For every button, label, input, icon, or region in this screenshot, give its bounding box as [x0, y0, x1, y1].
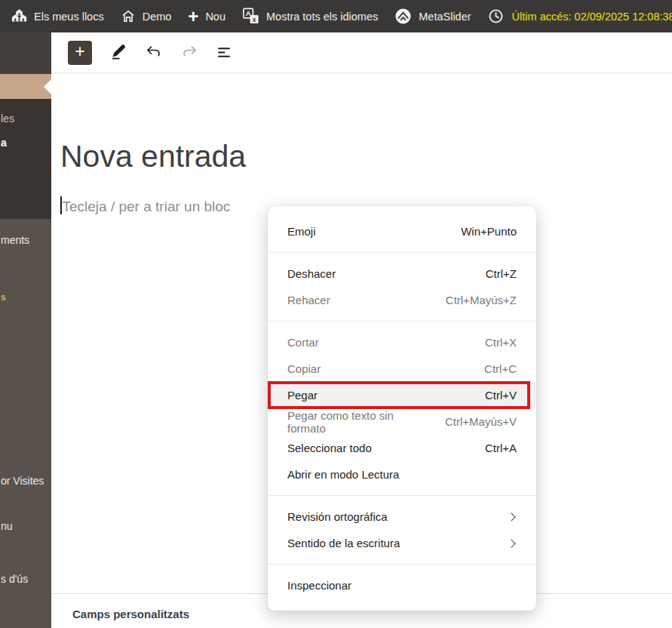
- submenu-chevron-icon: [507, 513, 515, 521]
- sidebar-item-fragment[interactable]: s d'ús: [1, 573, 28, 585]
- redo-icon[interactable]: [180, 44, 198, 62]
- context-menu-item-rehacer: RehacerCtrl+Mayús+Z: [268, 287, 536, 313]
- context-menu-item-inspeccionar[interactable]: Inspeccionar: [268, 572, 536, 599]
- sidebar-top-section: [0, 32, 51, 74]
- context-menu-item-emoji[interactable]: EmojiWin+Punto: [268, 218, 536, 245]
- block-inserter-button[interactable]: +: [68, 41, 92, 65]
- sidebar-item-fragment[interactable]: s: [1, 292, 6, 303]
- menu-item-label: Pegar como texto sin formato: [287, 409, 434, 435]
- menu-item-label: Pegar: [287, 389, 318, 402]
- menu-separator: [268, 495, 536, 496]
- sidebar-item-fragment[interactable]: les: [1, 112, 14, 125]
- context-menu-item-cortar: CortarCtrl+X: [268, 329, 536, 356]
- plus-icon: +: [188, 8, 198, 26]
- menu-item-shortcut: Ctrl+V: [485, 389, 517, 402]
- adminbar-languages-label: Mostra tots els idiomes: [266, 11, 378, 23]
- adminbar-my-sites[interactable]: Els meus llocs: [11, 0, 104, 32]
- context-menu-item-pegar-como-texto-sin-formato: Pegar como texto sin formatoCtrl+Mayús+V: [268, 408, 536, 435]
- sidebar-item-fragment[interactable]: a: [1, 137, 7, 149]
- menu-item-label: Revisión ortográfica: [287, 510, 388, 523]
- context-menu-item-sentido-de-la-escritura[interactable]: Sentido de la escritura: [268, 530, 536, 556]
- adminbar-metaslider-label: MetaSlider: [419, 11, 471, 23]
- menu-item-label: Deshacer: [287, 267, 336, 280]
- post-body-input[interactable]: Tecleja / per a triar un bloc: [60, 196, 230, 215]
- adminbar-my-sites-label: Els meus llocs: [34, 11, 104, 23]
- block-placeholder: Tecleja / per a triar un bloc: [63, 199, 231, 214]
- menu-separator: [268, 252, 536, 253]
- menu-separator: [268, 564, 536, 565]
- adminbar-last-access: Últim accés: 02/09/2025 12:08:38: [488, 0, 672, 32]
- pencil-icon[interactable]: [109, 44, 127, 62]
- adminbar-metaslider[interactable]: MetaSlider: [394, 0, 471, 32]
- context-menu-item-deshacer[interactable]: DeshacerCtrl+Z: [268, 260, 536, 287]
- undo-icon[interactable]: [145, 44, 163, 62]
- context-menu-item-copiar: CopiarCtrl+C: [268, 356, 536, 382]
- list-view-icon[interactable]: [216, 44, 234, 62]
- menu-item-shortcut: Ctrl+Mayús+V: [445, 415, 517, 428]
- menu-separator: [268, 321, 536, 322]
- last-access-text: Últim accés: 02/09/2025 12:08:38: [512, 11, 672, 23]
- menu-item-shortcut: Win+Punto: [461, 225, 517, 238]
- post-title-input[interactable]: Nova entrada: [60, 139, 246, 174]
- menu-item-shortcut: Ctrl+A: [485, 442, 517, 454]
- sidebar-item-fragment[interactable]: or Visites: [1, 475, 44, 487]
- adminbar-site-label: Demo: [143, 11, 172, 23]
- menu-item-shortcut: Ctrl+Mayús+Z: [446, 294, 517, 306]
- editor-toolbar: +: [51, 32, 672, 73]
- adminbar-languages[interactable]: A x Mostra tots els idiomes: [242, 0, 378, 32]
- submenu-chevron-icon: [507, 539, 515, 547]
- menu-item-label: Inspeccionar: [287, 579, 351, 592]
- context-menu-item-revision-ortografica[interactable]: Revisión ortográfica: [268, 503, 536, 530]
- menu-item-shortcut: Ctrl+Z: [486, 267, 517, 280]
- wp-admin-bar: Els meus llocs Demo + Nou A x: [0, 0, 672, 32]
- menu-item-label: Abrir en modo Lectura: [287, 468, 399, 481]
- home-icon: [121, 9, 136, 24]
- plus-icon: +: [75, 43, 84, 60]
- clock-icon: [488, 8, 504, 24]
- svg-text:x: x: [253, 16, 256, 23]
- context-menu: EmojiWin+PuntoDeshacerCtrl+ZRehacerCtrl+…: [268, 206, 536, 611]
- menu-item-shortcut: Ctrl+C: [484, 362, 517, 375]
- context-menu-item-abrir-en-modo-lectura[interactable]: Abrir en modo Lectura: [268, 461, 536, 488]
- context-menu-item-pegar[interactable]: PegarCtrl+V: [268, 382, 536, 408]
- menu-item-label: Sentido de la escritura: [287, 537, 400, 550]
- sidebar-item-fragment[interactable]: ments: [1, 234, 29, 246]
- context-menu-item-seleccionar-todo[interactable]: Seleccionar todoCtrl+A: [268, 435, 536, 461]
- menu-item-label: Seleccionar todo: [287, 442, 372, 454]
- text-caret: [60, 196, 62, 214]
- translate-icon: A x: [242, 8, 259, 25]
- menu-item-label: Cortar: [287, 336, 319, 349]
- current-item-arrow-icon: [44, 79, 51, 94]
- menu-item-label: Copiar: [287, 362, 321, 375]
- network-icon: [11, 8, 27, 24]
- adminbar-new-label: Nou: [205, 11, 226, 23]
- admin-sidebar: lesamentssor Visitesnus d'ús: [0, 32, 51, 628]
- sidebar-item-fragment[interactable]: nu: [1, 520, 13, 532]
- metaslider-icon: [394, 8, 412, 25]
- menu-item-shortcut: Ctrl+X: [485, 336, 517, 349]
- menu-item-label: Rehacer: [287, 294, 330, 306]
- screen: Els meus llocs Demo + Nou A x: [0, 0, 672, 628]
- adminbar-new[interactable]: + Nou: [188, 0, 226, 32]
- menu-item-label: Emoji: [287, 225, 316, 238]
- adminbar-site[interactable]: Demo: [121, 0, 172, 32]
